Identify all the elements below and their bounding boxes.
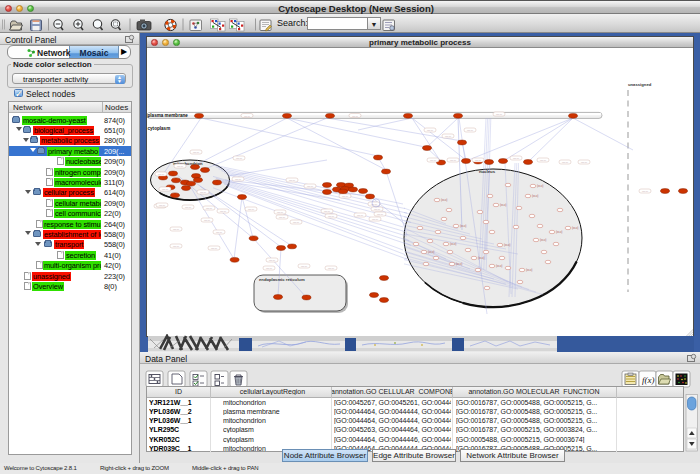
svg-text:(xx-x): (xx-x)	[526, 268, 533, 272]
svg-text:(xx-x): (xx-x)	[450, 242, 457, 246]
svg-text:(xx-x): (xx-x)	[467, 129, 473, 132]
svg-text:(xx-x): (xx-x)	[532, 194, 539, 198]
svg-text:nucleus: nucleus	[479, 169, 496, 174]
svg-text:(xx-x): (xx-x)	[301, 265, 307, 268]
svg-text:(xx-x): (xx-x)	[177, 165, 183, 168]
svg-text:endoplasmic reticulum: endoplasmic reticulum	[259, 277, 305, 282]
svg-text:(xx-x): (xx-x)	[204, 219, 210, 222]
svg-text:(xx-x): (xx-x)	[441, 198, 448, 202]
svg-text:(xx-x): (xx-x)	[496, 113, 502, 116]
svg-text:(xx-x): (xx-x)	[430, 159, 436, 162]
svg-text:(xx-x): (xx-x)	[496, 264, 503, 268]
svg-text:(xx-x): (xx-x)	[460, 224, 467, 228]
svg-text:(xx-x): (xx-x)	[244, 115, 250, 118]
svg-text:f(x): f(x)	[642, 375, 655, 385]
svg-text:(xx-x): (xx-x)	[357, 214, 363, 217]
svg-text:(xx-x): (xx-x)	[159, 204, 165, 207]
svg-text:(xx-x): (xx-x)	[562, 161, 568, 164]
svg-text:(xx-x): (xx-x)	[537, 184, 544, 188]
svg-text:(xx-x): (xx-x)	[279, 216, 285, 219]
svg-text:plasma membrane: plasma membrane	[148, 113, 189, 118]
svg-text:(xx-x): (xx-x)	[328, 215, 334, 218]
svg-text:(xx-x): (xx-x)	[269, 259, 275, 262]
svg-text:(xx-x): (xx-x)	[266, 267, 272, 270]
svg-text:(xx-x): (xx-x)	[324, 210, 330, 213]
svg-text:(xx-x): (xx-x)	[540, 159, 546, 162]
svg-text:(xx-x): (xx-x)	[158, 173, 164, 176]
svg-text:(xx-x): (xx-x)	[289, 179, 295, 182]
svg-text:(xx-x): (xx-x)	[200, 191, 206, 194]
svg-text:(xx-x): (xx-x)	[581, 161, 587, 164]
svg-text:(xx-x): (xx-x)	[173, 245, 179, 248]
svg-text:(xx-x): (xx-x)	[427, 129, 433, 132]
svg-text:(xx-x): (xx-x)	[556, 230, 563, 234]
svg-text:(xx-x): (xx-x)	[235, 178, 241, 181]
svg-text:cytoplasm: cytoplasm	[148, 126, 171, 131]
svg-text:(xx-x): (xx-x)	[193, 151, 199, 154]
svg-text:(xx-x): (xx-x)	[293, 221, 299, 224]
svg-text:(xx-x): (xx-x)	[206, 207, 212, 210]
svg-text:(xx-x): (xx-x)	[173, 228, 179, 231]
svg-text:(xx-x): (xx-x)	[211, 247, 217, 250]
svg-text:(xx-x): (xx-x)	[540, 238, 547, 242]
svg-text:(xx-x): (xx-x)	[162, 188, 168, 191]
svg-text:(xx-x): (xx-x)	[277, 211, 283, 214]
svg-text:unassigned: unassigned	[628, 82, 652, 87]
svg-text:(xx-x): (xx-x)	[248, 208, 254, 211]
svg-text:(xx-x): (xx-x)	[374, 208, 380, 211]
svg-text:(xx-x): (xx-x)	[372, 218, 378, 221]
svg-text:(xx-x): (xx-x)	[328, 267, 334, 270]
svg-text:(xx-x): (xx-x)	[500, 203, 507, 207]
svg-text:(xx-x): (xx-x)	[642, 190, 648, 193]
svg-text:(xx-x): (xx-x)	[307, 185, 313, 188]
svg-text:(xx-x): (xx-x)	[475, 159, 481, 162]
svg-text:(xx-x): (xx-x)	[236, 157, 242, 160]
svg-text:(xx-x): (xx-x)	[428, 250, 435, 254]
svg-text:(xx-x): (xx-x)	[450, 159, 456, 162]
svg-text:(xx-x): (xx-x)	[456, 262, 463, 266]
svg-text:(xx-x): (xx-x)	[342, 195, 348, 198]
svg-text:(xx-x): (xx-x)	[513, 157, 519, 160]
svg-text:(xx-x): (xx-x)	[478, 256, 485, 260]
svg-text:(xx-x): (xx-x)	[445, 135, 451, 138]
svg-text:(xx-x): (xx-x)	[220, 210, 226, 213]
svg-text:(xx-x): (xx-x)	[216, 231, 222, 234]
svg-text:(xx-x): (xx-x)	[377, 213, 383, 216]
svg-text:(xx-x): (xx-x)	[504, 243, 511, 247]
svg-text:(xx-x): (xx-x)	[572, 226, 579, 230]
svg-text:(xx-x): (xx-x)	[185, 206, 191, 209]
svg-text:(xx-x): (xx-x)	[352, 115, 358, 118]
